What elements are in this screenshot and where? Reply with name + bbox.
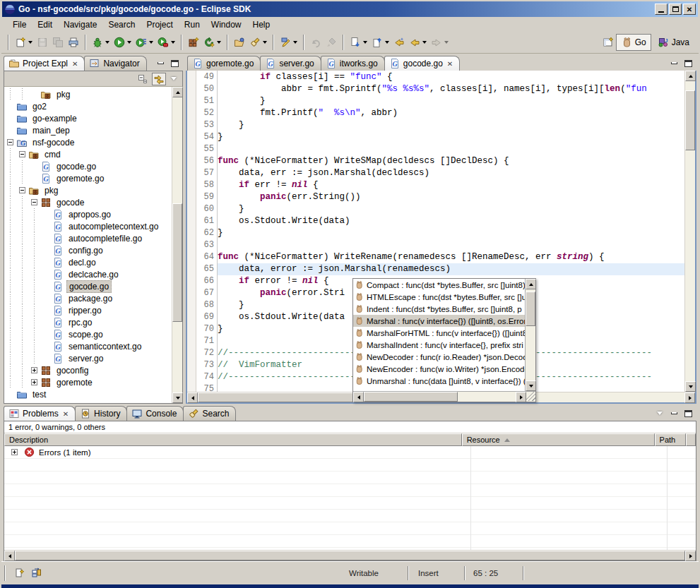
tree-item[interactable]: Gconfig.go xyxy=(4,244,172,256)
tree-item[interactable]: Gscope.go xyxy=(4,328,172,340)
close-tab-icon[interactable]: ✕ xyxy=(447,60,453,68)
tree-expand-minus-icon[interactable] xyxy=(19,151,25,157)
autocomplete-item[interactable]: NewEncoder : func(w io.Writer) *json.Enc… xyxy=(353,363,525,375)
problems-table-body[interactable]: Errors (1 item) xyxy=(4,446,696,550)
problems-tab-history[interactable]: History xyxy=(75,406,127,421)
explorer-view-menu[interactable] xyxy=(168,74,179,83)
tree-expand-minus-icon[interactable] xyxy=(19,187,25,193)
tree-item[interactable]: Grpc.go xyxy=(4,316,172,328)
close-tab-icon[interactable]: ✕ xyxy=(63,410,69,418)
tree-item[interactable]: Gapropos.go xyxy=(4,208,172,220)
dropdown-arrow-icon[interactable] xyxy=(28,41,32,44)
run-button[interactable] xyxy=(112,35,134,50)
tree-item[interactable]: Gdecl.go xyxy=(4,256,172,268)
editor-tab-goremote-go[interactable]: Ggoremote.go xyxy=(187,56,261,71)
tree-expand-minus-icon[interactable] xyxy=(31,199,37,205)
dropdown-arrow-icon[interactable] xyxy=(422,41,427,44)
column-header-description[interactable]: Description xyxy=(4,433,462,446)
title-bar[interactable]: Go - nsf-gocode/src/pkg/gocode/gocode.go… xyxy=(2,1,698,17)
problems-hscrollbar[interactable] xyxy=(4,550,696,560)
tree-item[interactable]: Gpackage.go xyxy=(4,292,172,304)
editor-tab-itworks-go[interactable]: Gitworks.go xyxy=(321,56,385,71)
menu-run[interactable]: Run xyxy=(179,18,206,31)
menu-navigate[interactable]: Navigate xyxy=(58,18,102,31)
dropdown-arrow-icon[interactable] xyxy=(444,41,449,44)
tree-item[interactable]: pkg xyxy=(4,184,172,196)
tree-item[interactable]: Gsemanticcontext.go xyxy=(4,340,172,352)
print-button[interactable] xyxy=(66,35,81,50)
autocomplete-list[interactable]: Compact : func(dst *bytes.Buffer, src []… xyxy=(353,279,525,391)
new-go-package-button[interactable] xyxy=(186,35,201,50)
tree-item[interactable]: Gautocompletefile.go xyxy=(4,232,172,244)
column-header-path[interactable]: Path xyxy=(655,433,686,446)
project-tree[interactable]: pkggo2go-examplemain_depGnsf-gocodecmdGg… xyxy=(4,87,172,403)
tree-item[interactable]: cmd xyxy=(4,148,172,160)
format-button[interactable] xyxy=(324,35,339,50)
tree-item[interactable]: Gdeclcache.go xyxy=(4,268,172,280)
problems-tab-search[interactable]: Search xyxy=(183,406,236,421)
tree-item[interactable]: gocode xyxy=(4,196,172,208)
dropdown-arrow-icon[interactable] xyxy=(263,41,267,44)
new-wizard-button[interactable] xyxy=(13,35,35,50)
problems-minimize-icon[interactable] xyxy=(668,409,680,418)
collapse-all-button[interactable] xyxy=(136,73,150,85)
editor-vscrollbar[interactable] xyxy=(684,71,695,392)
scroll-left-icon[interactable] xyxy=(4,551,15,561)
scroll-down-icon[interactable] xyxy=(172,392,183,403)
scroll-down-icon[interactable] xyxy=(526,380,536,391)
explorer-tab-navigator[interactable]: Navigator xyxy=(84,56,146,71)
editor-tab-gocode-go[interactable]: Ggocode.go✕ xyxy=(384,56,460,71)
autocomplete-item[interactable]: Compact : func(dst *bytes.Buffer, src []… xyxy=(353,279,525,291)
menu-edit[interactable]: Edit xyxy=(32,18,58,31)
dropdown-arrow-icon[interactable] xyxy=(149,41,153,44)
tree-item[interactable]: Ggoremote.go xyxy=(4,172,172,184)
scroll-right-icon[interactable] xyxy=(516,392,526,402)
problems-tab-problems[interactable]: Problems✕ xyxy=(4,406,76,421)
menu-file[interactable]: File xyxy=(7,18,32,31)
fast-view-icon[interactable] xyxy=(14,568,25,579)
tree-item[interactable]: Ggocode.go xyxy=(4,160,172,172)
debug-button[interactable] xyxy=(90,35,112,50)
autocomplete-item[interactable]: NewDecoder : func(r io.Reader) *json.Dec… xyxy=(353,351,525,363)
scroll-left-icon[interactable] xyxy=(187,392,198,403)
close-button[interactable]: ✕ xyxy=(683,4,696,15)
problems-view-menu[interactable] xyxy=(654,409,665,418)
autocomplete-item[interactable]: HTMLEscape : func(dst *bytes.Buffer, src… xyxy=(353,291,525,303)
perspective-java[interactable]: JJava xyxy=(653,34,694,51)
search-button[interactable] xyxy=(247,35,269,50)
explorer-maximize-icon[interactable] xyxy=(169,59,180,68)
problems-row[interactable]: Errors (1 item) xyxy=(4,446,696,459)
scroll-left-icon[interactable] xyxy=(353,392,364,402)
autocomplete-item[interactable]: Indent : func(dst *bytes.Buffer, src []u… xyxy=(353,303,525,315)
forward-button[interactable] xyxy=(429,35,451,50)
tree-item[interactable]: Gnsf-gocode xyxy=(4,136,172,148)
undo-button[interactable] xyxy=(308,35,324,50)
scroll-down-icon[interactable] xyxy=(685,381,696,392)
column-header-resource[interactable]: Resource xyxy=(462,433,655,446)
scroll-up-icon[interactable] xyxy=(172,87,183,97)
dropdown-arrow-icon[interactable] xyxy=(105,41,109,44)
popup-vscrollbar[interactable] xyxy=(525,279,535,391)
dropdown-arrow-icon[interactable] xyxy=(217,41,221,44)
explorer-scrollbar[interactable] xyxy=(172,87,182,403)
tree-item[interactable]: test xyxy=(4,388,172,400)
dropdown-arrow-icon[interactable] xyxy=(385,41,389,44)
run-config-button[interactable] xyxy=(134,35,155,50)
tree-item[interactable]: goconfig xyxy=(4,364,172,376)
prev-annotation-button[interactable] xyxy=(369,35,391,50)
scroll-up-icon[interactable] xyxy=(526,279,536,289)
tree-item[interactable]: Gserver.go xyxy=(4,352,172,364)
tree-item[interactable]: goremote xyxy=(4,376,172,388)
go-refresh-button[interactable] xyxy=(201,35,223,50)
open-resource-button[interactable] xyxy=(232,35,247,50)
tree-item[interactable]: Gautocompletecontext.go xyxy=(4,220,172,232)
save-all-button[interactable] xyxy=(50,35,66,50)
problems-tab-console[interactable]: Console xyxy=(126,406,184,421)
explorer-tab-project-expl[interactable]: Project Expl✕ xyxy=(4,56,85,71)
maximize-button[interactable] xyxy=(669,4,682,15)
menu-help[interactable]: Help xyxy=(247,18,276,31)
perspective-go[interactable]: Go xyxy=(616,34,651,51)
tree-expand-minus-icon[interactable] xyxy=(7,139,13,145)
external-tools-button[interactable] xyxy=(155,35,177,50)
tree-expand-plus-icon[interactable] xyxy=(31,379,37,385)
